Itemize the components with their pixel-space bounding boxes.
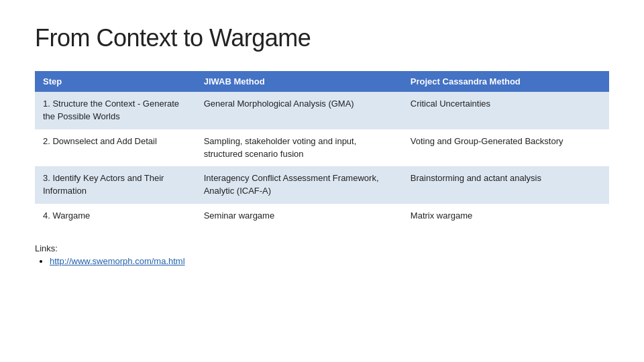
links-label: Links: — [35, 243, 609, 253]
cell-jiwab-2: Interagency Conflict Assessment Framewor… — [196, 166, 402, 204]
page-title: From Context to Wargame — [35, 24, 609, 52]
link-item-0: http://www.swemorph.com/ma.html — [50, 256, 609, 266]
cell-step-3: 4. Wargame — [35, 204, 196, 229]
links-list: http://www.swemorph.com/ma.html — [35, 256, 609, 266]
cell-step-2: 3. Identify Key Actors and Their Informa… — [35, 166, 196, 204]
cell-jiwab-1: Sampling, stakeholder voting and input, … — [196, 129, 402, 167]
cell-project-2: Brainstorming and actant analysis — [402, 166, 609, 204]
header-project: Project Cassandra Method — [402, 71, 609, 92]
header-step: Step — [35, 71, 196, 92]
cell-jiwab-3: Seminar wargame — [196, 204, 402, 229]
table-row: 1. Structure the Context - Generate the … — [35, 92, 609, 129]
header-jiwab: JIWAB Method — [196, 71, 402, 92]
cell-step-1: 2. Downselect and Add Detail — [35, 129, 196, 167]
table-row: 4. WargameSeminar wargameMatrix wargame — [35, 204, 609, 229]
table-row: 3. Identify Key Actors and Their Informa… — [35, 166, 609, 204]
table-row: 2. Downselect and Add DetailSampling, st… — [35, 129, 609, 167]
page-container: From Context to Wargame Step JIWAB Metho… — [0, 0, 644, 362]
link-anchor-0[interactable]: http://www.swemorph.com/ma.html — [50, 256, 185, 266]
main-table: Step JIWAB Method Project Cassandra Meth… — [35, 71, 609, 229]
cell-step-0: 1. Structure the Context - Generate the … — [35, 92, 196, 129]
links-section: Links: http://www.swemorph.com/ma.html — [35, 243, 609, 266]
cell-jiwab-0: General Morphological Analysis (GMA) — [196, 92, 402, 129]
cell-project-3: Matrix wargame — [402, 204, 609, 229]
cell-project-1: Voting and Group-Generated Backstory — [402, 129, 609, 167]
cell-project-0: Critical Uncertainties — [402, 92, 609, 129]
